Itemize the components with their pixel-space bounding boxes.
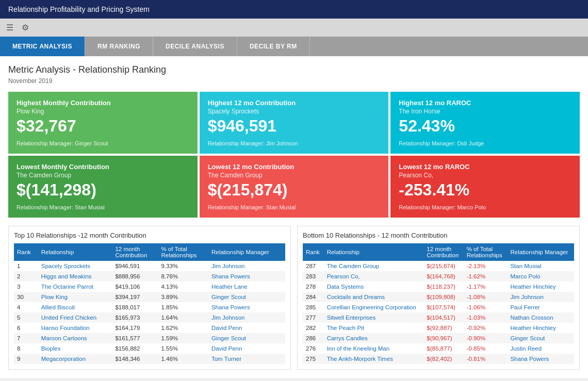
rm-cell[interactable]: David Penn [208, 323, 285, 333]
rm-cell[interactable]: Jim Johnson [208, 312, 285, 323]
table-row: 6 Hanso Foundation $164,179 1.62% David … [14, 323, 285, 333]
contribution-cell: $161,577 [112, 333, 158, 343]
rm-cell[interactable]: Heather Lane [208, 281, 285, 292]
contribution-cell: $946,591 [112, 261, 158, 271]
top-col-rank: Rank [14, 243, 38, 261]
rm-cell[interactable]: Jim Johnson [208, 261, 285, 271]
metric-label-2: Highest 12 mo RAROC [399, 99, 571, 107]
table-row: 286 Carrys Candles $(90,967) -0.90% Ging… [303, 333, 574, 343]
table-row: 2 Higgs and Meakins $888,956 8.76% Shana… [14, 271, 285, 281]
table-row: 287 The Camden Group $(215,874) -2.13% S… [303, 261, 574, 271]
relationship-cell[interactable]: Carrys Candles [324, 333, 424, 343]
rm-cell[interactable]: Heather Hinchley [507, 323, 574, 333]
pct-cell: 1.46% [158, 354, 208, 364]
rm-cell[interactable]: Marco Polo [507, 271, 574, 281]
top-table-title: Top 10 Relationships -12 month Contribut… [14, 231, 285, 239]
bot-col-rank: Rank [303, 243, 324, 261]
rank-cell: 6 [14, 323, 38, 333]
table-row: 277 Sitwell Enterprises $(104,517) -1.03… [303, 312, 574, 323]
contribution-cell: $(90,967) [423, 333, 463, 343]
bot-col-rm: Relationship Manager [507, 243, 574, 261]
pct-cell: -0.90% [464, 333, 508, 343]
rank-cell: 9 [14, 354, 38, 364]
relationship-cell[interactable]: The Octarine Parrot [38, 281, 112, 292]
rm-cell[interactable]: Shana Powers [208, 271, 285, 281]
metric-label-3: Lowest Monthly Contribution [17, 163, 189, 171]
title-bar: Relationship Profitability and Pricing S… [0, 0, 588, 19]
relationship-cell[interactable]: Plow King [38, 292, 112, 302]
contribution-cell: $164,179 [112, 323, 158, 333]
relationship-cell[interactable]: Pearson Co, [324, 271, 424, 281]
tab-decile-analysis[interactable]: DECILE ANALYSIS [153, 37, 237, 56]
rank-cell: 2 [14, 271, 38, 281]
relationship-cell[interactable]: Spacely Sprockets [38, 261, 112, 271]
rm-cell[interactable]: Stan Musial [507, 261, 574, 271]
rm-cell[interactable]: Nathan Crosson [507, 312, 574, 323]
bot-col-relationship: Relationship [324, 243, 424, 261]
relationship-cell[interactable]: Megacorporation [38, 354, 112, 364]
rm-cell[interactable]: Paul Ferrer [507, 302, 574, 312]
bottom-table-panel: Bottom 10 Relationships - 12 month Contr… [297, 226, 580, 370]
pct-cell: 8.76% [158, 271, 208, 281]
relationship-cell[interactable]: The Camden Group [324, 261, 424, 271]
rm-cell[interactable]: Shana Powers [208, 302, 285, 312]
relationship-cell[interactable]: Inn of the Kneeling Man [324, 343, 424, 354]
table-row: 9 Megacorporation $148,346 1.46% Tom Tur… [14, 354, 285, 364]
metric-label-1: Highest 12 mo Contribution [208, 99, 381, 107]
relationship-cell[interactable]: Maroon Cartoons [38, 333, 112, 343]
relationship-cell[interactable]: The Peach Pit [324, 323, 424, 333]
rm-cell[interactable]: Ginger Scout [507, 333, 574, 343]
rank-cell: 30 [14, 292, 38, 302]
rank-cell: 284 [303, 292, 324, 302]
relationship-cell[interactable]: The Ankh-Morpork Times [324, 354, 424, 364]
table-row: 285 Corellian Engineering Corporation $(… [303, 302, 574, 312]
tab-decile-by-rm[interactable]: DECILE BY RM [237, 37, 310, 56]
top-col-rm: Relationship Manager [208, 243, 285, 261]
rank-cell: 5 [14, 312, 38, 323]
table-row: 1 Spacely Sprockets $946,591 9.33% Jim J… [14, 261, 285, 271]
menu-icon[interactable]: ☰ [6, 23, 13, 32]
metric-label-4: Lowest 12 mo Contribution [208, 163, 381, 171]
settings-icon[interactable]: ⚙ [22, 23, 29, 32]
table-row: 275 The Ankh-Morpork Times $(82,402) -0.… [303, 354, 574, 364]
top-table-panel: Top 10 Relationships -12 month Contribut… [8, 226, 291, 370]
contribution-cell: $(104,517) [423, 312, 463, 323]
pct-cell: 1.85% [158, 302, 208, 312]
relationship-cell[interactable]: Hanso Foundation [38, 323, 112, 333]
metric-rm-2: Relationship Manager: Didi Judge [399, 140, 571, 146]
relationship-cell[interactable]: Data Systems [324, 281, 424, 292]
rm-cell[interactable]: Ginger Scout [208, 292, 285, 302]
rm-cell[interactable]: Tom Turner [208, 354, 285, 364]
relationship-cell[interactable]: Corellian Engineering Corporation [324, 302, 424, 312]
metric-card-1: Highest 12 mo Contribution Spacely Sproc… [200, 92, 389, 154]
rm-cell[interactable]: Shana Powers [507, 354, 574, 364]
rm-cell[interactable]: Justin Reed [507, 343, 574, 354]
contribution-cell: $419,106 [112, 281, 158, 292]
tab-metric-analysis[interactable]: METRIC ANALYSIS [0, 37, 85, 56]
table-row: 276 Inn of the Kneeling Man $(85,877) -0… [303, 343, 574, 354]
tab-rm-ranking[interactable]: RM RANKING [85, 37, 153, 56]
rm-cell[interactable]: Jim Johnson [507, 292, 574, 302]
relationship-cell[interactable]: Bioplex [38, 343, 112, 354]
rm-cell[interactable]: Ginger Scout [208, 333, 285, 343]
rm-cell[interactable]: David Penn [208, 343, 285, 354]
rank-cell: 286 [303, 333, 324, 343]
metric-value-5: -253.41% [399, 181, 571, 199]
table-row: 8 Bioplex $156,882 1.55% David Penn [14, 343, 285, 354]
relationship-cell[interactable]: Allied Biscuit [38, 302, 112, 312]
rm-cell[interactable]: Heather Hinchley [507, 281, 574, 292]
top-col-contribution: 12 monthContribution [112, 243, 158, 261]
metric-name-5: Pearson Co, [399, 172, 571, 179]
relationship-cell[interactable]: Higgs and Meakins [38, 271, 112, 281]
metric-name-1: Spacely Sprockets [208, 108, 381, 115]
metric-value-3: $(141,298) [17, 181, 189, 199]
relationship-cell[interactable]: Sitwell Enterprises [324, 312, 424, 323]
relationship-cell[interactable]: Cocktails and Dreams [324, 292, 424, 302]
pct-cell: 1.59% [158, 333, 208, 343]
top-col-pct: % of TotalRelationships [158, 243, 208, 261]
rank-cell: 4 [14, 302, 38, 312]
rank-cell: 277 [303, 312, 324, 323]
contribution-cell: $(164,768) [423, 271, 463, 281]
contribution-cell: $(82,402) [423, 354, 463, 364]
relationship-cell[interactable]: United Fried Chicken [38, 312, 112, 323]
